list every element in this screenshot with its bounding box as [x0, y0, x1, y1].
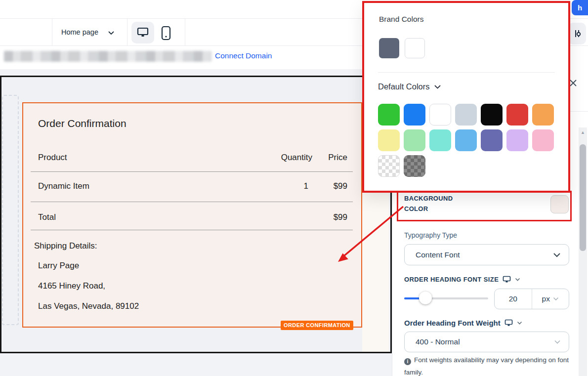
cell-product: Dynamic Item	[38, 181, 89, 191]
shipping-line: Larry Page	[38, 261, 79, 271]
color-swatch[interactable]	[455, 129, 477, 151]
chevron-down-icon[interactable]	[517, 321, 522, 325]
col-header-product: Product	[38, 153, 67, 163]
color-swatch[interactable]	[481, 129, 503, 151]
page-selector[interactable]: Home page	[61, 28, 98, 36]
section-guide-dashed	[2, 95, 19, 325]
publish-button-label: h	[578, 3, 582, 12]
monitor-icon	[137, 27, 149, 38]
monitor-icon	[503, 276, 511, 283]
color-swatch[interactable]	[506, 129, 528, 151]
section-tag[interactable]: ORDER CONFIRMATION	[281, 321, 353, 330]
font-size-unit: px	[542, 294, 550, 303]
table-divider	[31, 171, 353, 172]
shipping-title: Shipping Details:	[34, 241, 97, 251]
popup-divider	[378, 72, 555, 73]
chevron-down-icon	[553, 252, 561, 257]
chevron-down-icon	[108, 31, 115, 35]
color-swatch[interactable]	[378, 129, 400, 151]
color-swatch[interactable]	[481, 104, 503, 125]
shipping-line: Las Vegas, Nevada, 89102	[38, 301, 139, 311]
font-weight-note: iFont weights availability may vary depe…	[404, 354, 578, 376]
table-divider	[31, 230, 353, 230]
connect-domain-link[interactable]: Connect Domain	[215, 51, 272, 60]
default-colors-title: Default Colors	[378, 82, 430, 91]
color-swatch[interactable]	[429, 104, 451, 125]
chevron-down-icon	[554, 340, 561, 344]
font-size-slider-thumb[interactable]	[419, 292, 432, 304]
default-colors-toggle[interactable]: Default Colors	[378, 82, 441, 91]
typography-type-dropdown[interactable]: Content Font	[404, 244, 569, 265]
font-size-input-group: 20 px	[494, 289, 569, 309]
font-weight-label: Order Heading Font Weight	[404, 319, 501, 327]
phone-icon	[161, 26, 171, 41]
brand-colors-row	[379, 38, 425, 58]
color-swatch[interactable]	[379, 38, 399, 58]
font-size-unit-dropdown[interactable]: px	[532, 289, 569, 309]
color-swatch[interactable]	[404, 129, 425, 151]
color-swatch[interactable]	[429, 129, 451, 151]
color-swatch[interactable]	[378, 155, 400, 177]
note-line2: family.	[404, 369, 423, 376]
desktop-preview-button[interactable]	[131, 22, 154, 43]
divider	[185, 19, 185, 45]
monitor-icon	[504, 319, 513, 327]
font-weight-value: 400 - Normal	[416, 337, 554, 346]
brand-colors-title: Brand Colors	[379, 15, 423, 24]
color-swatch[interactable]	[532, 129, 554, 151]
color-swatch[interactable]	[506, 104, 528, 125]
sliders-icon	[573, 29, 582, 38]
color-swatch[interactable]	[378, 104, 400, 125]
color-picker-popup: Brand Colors Default Colors	[362, 1, 570, 193]
page-selector-label: Home page	[61, 28, 98, 36]
table-divider	[31, 202, 353, 202]
background-color-swatch[interactable]	[550, 195, 569, 213]
typography-type-label: Typography Type	[404, 231, 457, 239]
cell-price: $99	[298, 181, 347, 191]
info-icon: i	[404, 358, 411, 365]
scrollbar-up-arrow[interactable]: ▲	[579, 130, 587, 135]
mobile-preview-button[interactable]	[157, 24, 175, 42]
font-size-label: ORDER HEADING FONT SIZE	[404, 276, 499, 283]
font-size-value: 20	[509, 294, 517, 303]
color-swatch[interactable]	[404, 104, 425, 125]
default-colors-grid	[378, 104, 554, 177]
background-color-label-line2: COLOR	[404, 204, 453, 214]
editor-window: Home page Connect Domain h	[0, 0, 588, 376]
font-size-slider[interactable]	[404, 297, 488, 299]
background-color-label-line1: BACKGROUND	[404, 193, 453, 204]
chevron-down-icon	[553, 297, 559, 301]
color-swatch[interactable]	[405, 38, 425, 58]
color-swatch[interactable]	[455, 104, 477, 125]
typography-type-value: Content Font	[416, 251, 553, 259]
font-size-input[interactable]: 20	[495, 289, 532, 309]
shipping-line: 4165 Hiney Road,	[38, 281, 105, 291]
col-header-price: Price	[298, 153, 347, 163]
chevron-down-icon	[434, 84, 441, 89]
scrollbar-thumb[interactable]	[580, 144, 586, 251]
site-url-blurred	[4, 51, 211, 62]
note-line1: Font weights availability may vary depen…	[414, 356, 569, 364]
settings-toggle-button[interactable]	[568, 23, 586, 44]
background-color-label: BACKGROUND COLOR	[404, 193, 453, 214]
color-swatch[interactable]	[404, 155, 425, 177]
chevron-down-icon[interactable]	[515, 278, 520, 282]
total-value: $99	[298, 212, 347, 222]
publish-button[interactable]: h	[572, 0, 588, 15]
font-weight-label-row: Order Heading Font Weight	[404, 319, 522, 327]
divider	[52, 19, 52, 45]
divider	[127, 19, 127, 45]
total-label: Total	[38, 212, 56, 222]
color-swatch[interactable]	[532, 104, 554, 125]
font-weight-dropdown[interactable]: 400 - Normal	[404, 332, 569, 352]
close-icon	[569, 79, 577, 87]
font-size-label-row: ORDER HEADING FONT SIZE	[404, 276, 520, 283]
email-heading[interactable]: Order Confirmation	[38, 118, 126, 129]
